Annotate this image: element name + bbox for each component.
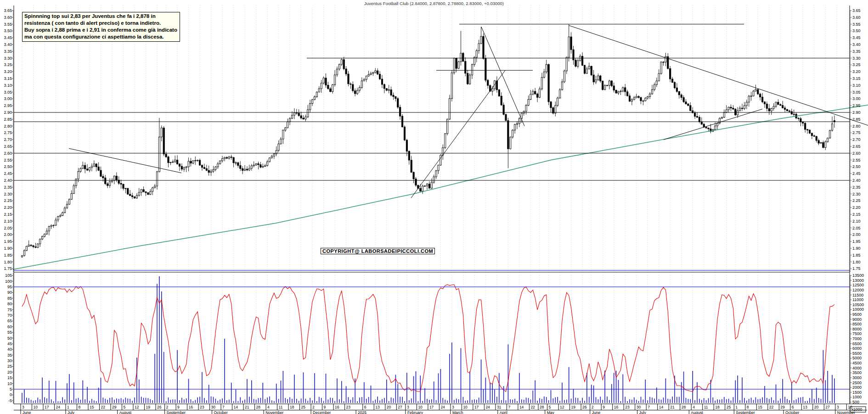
price-tick-left: 2.00 (4, 232, 12, 237)
week-label: 2 (592, 405, 594, 409)
svg-text:10000: 10000 (852, 307, 864, 312)
week-label: 6 (792, 405, 794, 409)
week-label: 16 (335, 405, 339, 409)
svg-text:0: 0 (10, 392, 12, 397)
svg-text:7000: 7000 (852, 336, 862, 341)
price-tick-right: 3.25 (852, 62, 861, 67)
week-label: 7 (222, 405, 225, 409)
price-tick-right: 3.50 (852, 28, 861, 33)
price-tick-right: 3.65 (852, 8, 861, 13)
price-tick-right: 2.10 (852, 219, 861, 224)
month-label: October (785, 410, 799, 414)
price-tick-left: 2.65 (4, 144, 12, 149)
week-label: 3 (22, 405, 24, 409)
svg-text:12000: 12000 (852, 288, 864, 292)
month-label: March (452, 410, 463, 414)
price-tick-left: 2.75 (4, 130, 12, 135)
month-label: June (592, 410, 601, 414)
price-tick-right: 1.75 (852, 266, 861, 271)
price-tick-right: 1.80 (852, 260, 861, 264)
price-tick-left: 2.35 (4, 185, 12, 190)
week-label: 30 (211, 405, 216, 409)
price-tick-right: 2.20 (852, 205, 861, 210)
week-label: 11 (279, 405, 283, 409)
month-label: July (68, 410, 75, 414)
week-label: 20 (814, 405, 819, 409)
week-label: 19 (571, 405, 576, 409)
price-tick-right: 1.85 (852, 253, 861, 257)
week-label: 4 (693, 405, 695, 409)
month-label: February (407, 410, 423, 414)
analyst-annotation[interactable]: Spinnning top sui 2,83 per Juventus che … (22, 12, 180, 42)
date-axis: June3101724July18152229August5121926Sept… (14, 404, 867, 414)
price-tick-right: 2.45 (852, 171, 861, 176)
svg-text:9500: 9500 (852, 312, 862, 317)
price-tick-left: 3.10 (4, 83, 12, 88)
price-tick-right: 2.80 (852, 124, 861, 129)
week-label: 28 (256, 405, 261, 409)
price-tick-left: 3.30 (4, 56, 12, 61)
svg-text:6000: 6000 (852, 346, 862, 351)
price-tick-left: 3.60 (4, 15, 12, 20)
price-tick-left: 3.65 (4, 8, 12, 13)
price-tick-left: 1.90 (4, 246, 12, 251)
week-label: 10 (463, 405, 468, 409)
price-tick-right: 1.90 (852, 246, 861, 251)
week-label: 16 (614, 405, 619, 409)
price-tick-right: 3.55 (852, 22, 861, 27)
month-label: 2025 (358, 410, 366, 414)
week-label: 30 (637, 405, 641, 409)
chart-window: Juventus Football Club (2.84000, 2.87800… (0, 0, 868, 414)
week-label: 22 (769, 405, 774, 409)
week-label: 28 (540, 405, 544, 409)
price-tick-right: 2.15 (852, 212, 861, 217)
svg-text:1000: 1000 (852, 395, 862, 399)
price-tick-left: 3.05 (4, 90, 12, 95)
week-label: 6 (364, 405, 366, 409)
price-tick-right: 2.75 (852, 130, 861, 135)
week-label: 22 (530, 405, 535, 409)
svg-text:70: 70 (7, 313, 12, 318)
price-chart-canvas[interactable]: 3.653.653.603.603.553.553.503.503.453.45… (0, 0, 868, 414)
week-label: 5 (549, 405, 551, 409)
price-tick-left: 2.25 (4, 198, 12, 203)
svg-text:8000: 8000 (852, 327, 862, 331)
price-tick-left: 2.70 (4, 137, 12, 142)
month-label: October (214, 410, 228, 414)
svg-text:35: 35 (7, 353, 12, 358)
week-label: 9 (324, 405, 326, 409)
price-tick-right: 2.50 (852, 164, 861, 169)
svg-text:90: 90 (7, 290, 12, 295)
price-tick-right: 3.00 (852, 96, 861, 101)
svg-text:13000: 13000 (852, 278, 864, 283)
week-label: 27 (398, 405, 402, 409)
price-tick-left: 3.15 (4, 76, 12, 81)
price-tick-left: 2.90 (4, 110, 12, 115)
price-tick-left: 2.45 (4, 171, 12, 176)
price-tick-right: 3.35 (852, 49, 861, 54)
price-tick-right: 2.70 (852, 137, 861, 142)
price-tick-left: 3.00 (4, 96, 12, 101)
svg-text:10500: 10500 (852, 302, 864, 307)
week-label: 25 (301, 405, 306, 409)
week-label: 2 (312, 405, 315, 409)
week-label: 24 (56, 405, 61, 409)
price-tick-right: 2.35 (852, 185, 861, 190)
week-label: 12 (560, 405, 564, 409)
svg-text:1500: 1500 (852, 390, 862, 395)
svg-text:85: 85 (7, 296, 12, 301)
price-tick-left: 3.35 (4, 49, 12, 54)
price-tick-left: 3.20 (4, 69, 12, 74)
svg-text:15: 15 (7, 375, 12, 380)
price-tick-right: 2.25 (852, 198, 861, 203)
price-axis: 3.653.653.603.603.553.553.503.503.453.45… (4, 8, 860, 271)
week-label: 23 (625, 405, 630, 409)
svg-text:10: 10 (7, 381, 12, 386)
svg-text:25: 25 (7, 364, 12, 369)
week-label: 5 (124, 405, 126, 409)
svg-text:11000: 11000 (852, 297, 863, 302)
week-label: 21 (245, 405, 249, 409)
week-label: 17 (45, 405, 49, 409)
week-label: 11 (704, 405, 708, 409)
month-label: June (23, 410, 31, 414)
